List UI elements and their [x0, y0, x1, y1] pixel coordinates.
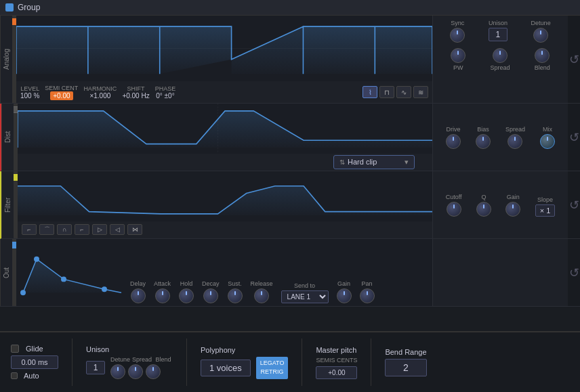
- adsr-controls: Delay Attack Hold Decay: [125, 278, 432, 306]
- send-to-select[interactable]: LANE 1 LANE 2 MASTER: [281, 290, 329, 303]
- out-gain-group: Gain: [337, 280, 352, 303]
- attack-group: Attack: [154, 280, 171, 303]
- drive-group: Drive: [446, 126, 461, 149]
- hold-knob[interactable]: [179, 288, 194, 303]
- filter-right-panel: Cutoff Q Gain Slope ×: [432, 171, 568, 238]
- wave-btn-2[interactable]: ⊓: [379, 86, 394, 98]
- filter-btn-3[interactable]: ∩: [57, 224, 72, 235]
- semis-cents-value[interactable]: +0.00: [316, 366, 357, 379]
- level-value: 100 %: [20, 92, 39, 100]
- slope-label: Slope: [537, 196, 553, 203]
- blend-knob[interactable]: [535, 48, 550, 63]
- out-gain-knob[interactable]: [337, 288, 352, 303]
- legato-retrig-btn[interactable]: LEGATO RETRIG: [256, 357, 289, 379]
- pw-group: PW: [451, 48, 465, 71]
- blend-label: Blend: [535, 64, 550, 71]
- sync-knob[interactable]: [450, 28, 465, 43]
- out-envelope-svg: [16, 239, 125, 306]
- filter-btn-2[interactable]: ⌒: [39, 224, 54, 235]
- filter-gain-knob[interactable]: [505, 202, 520, 217]
- filter-reset-arrow[interactable]: ↺: [568, 171, 580, 238]
- semi-cent-value[interactable]: +0.00: [50, 91, 72, 100]
- svg-marker-0: [16, 26, 88, 74]
- dist-lane: Dist: [0, 104, 580, 171]
- q-label: Q: [481, 194, 486, 200]
- wave-btn-3[interactable]: ∿: [396, 86, 411, 98]
- drive-knob[interactable]: [446, 134, 461, 149]
- dist-right-knobs: Drive Bias Spread Mix: [438, 126, 562, 149]
- blend-bottom-knob[interactable]: [146, 364, 161, 379]
- svg-marker-10: [23, 259, 121, 293]
- svg-point-12: [34, 257, 39, 262]
- analog-reset-arrow[interactable]: ↺: [568, 16, 580, 103]
- auto-checkbox[interactable]: [11, 372, 18, 379]
- dist-reset-arrow[interactable]: ↺: [568, 104, 580, 171]
- spread-bottom-knob[interactable]: [128, 364, 143, 379]
- q-group: Q: [476, 194, 491, 217]
- filter-lane-content: ⌐ ⌒ ∩ ⌐ ▷ ◁ ⋈: [18, 171, 432, 238]
- spread-group: Spread: [490, 48, 510, 71]
- unison-bottom-value[interactable]: 1: [86, 361, 105, 374]
- main-container: Group Analog: [0, 0, 580, 392]
- hard-clip-selector[interactable]: ⇅ Hard clip ▾: [333, 155, 415, 169]
- group-checkbox[interactable]: [5, 3, 14, 12]
- slope-value[interactable]: × 1: [535, 204, 556, 217]
- svg-marker-3: [232, 26, 304, 74]
- detune-bottom-knob[interactable]: [110, 364, 125, 379]
- wave-btn-4[interactable]: ≋: [413, 86, 428, 98]
- filter-btn-6[interactable]: ◁: [110, 224, 125, 235]
- sync-label: Sync: [451, 20, 464, 26]
- filter-right-knobs: Cutoff Q Gain Slope ×: [438, 194, 562, 217]
- filter-btn-5[interactable]: ▷: [92, 224, 107, 235]
- analog-right-bottom: PW Spread Blend: [438, 48, 562, 71]
- filter-waveform-svg: [18, 171, 432, 221]
- dist-lane-label: Dist: [1, 104, 14, 171]
- bias-knob[interactable]: [476, 134, 491, 149]
- dist-waveform: [18, 104, 432, 154]
- pw-knob[interactable]: [451, 48, 465, 63]
- filter-btn-4[interactable]: ⌐: [75, 224, 89, 235]
- detune-knob[interactable]: [533, 28, 548, 43]
- semi-cent-label: SEMI CENT: [45, 85, 78, 91]
- legato-label: LEGATO: [260, 359, 285, 368]
- spread-knob[interactable]: [493, 48, 508, 63]
- svg-point-14: [102, 286, 107, 292]
- out-reset-arrow[interactable]: ↺: [568, 239, 580, 306]
- release-knob[interactable]: [254, 288, 269, 303]
- dist-spread-knob[interactable]: [508, 134, 522, 149]
- blend-bottom-label: Blend: [154, 356, 173, 363]
- send-to-label: Send to: [294, 282, 315, 289]
- filter-lane-label: Filter: [1, 171, 14, 238]
- filter-waveform: [18, 171, 432, 221]
- mix-knob[interactable]: [540, 134, 555, 149]
- cutoff-knob[interactable]: [447, 202, 461, 217]
- send-to-group: Send to LANE 1 LANE 2 MASTER: [281, 282, 329, 303]
- delay-knob[interactable]: [131, 288, 146, 303]
- svg-marker-2: [160, 26, 232, 74]
- mix-label: Mix: [543, 126, 552, 133]
- unison-controls: 1 Detune Spread Blend: [86, 356, 173, 379]
- wave-btn-1[interactable]: ⌇: [362, 86, 377, 98]
- pan-knob[interactable]: [360, 288, 375, 303]
- release-label: Release: [251, 280, 273, 287]
- filter-btn-7[interactable]: ⋈: [127, 224, 142, 235]
- sust-knob[interactable]: [228, 288, 243, 303]
- delay-group: Delay: [130, 280, 146, 303]
- polyphony-value[interactable]: 1 voices: [201, 360, 251, 376]
- bend-range-value[interactable]: 2: [385, 359, 426, 376]
- polyphony-controls: 1 voices LEGATO RETRIG: [201, 357, 288, 379]
- filter-btn-1[interactable]: ⌐: [22, 224, 37, 235]
- glide-section: Glide 0.00 ms Auto: [11, 345, 58, 380]
- divider-3: [302, 339, 302, 386]
- decay-knob[interactable]: [203, 288, 218, 303]
- glide-value-input[interactable]: 0.00 ms: [11, 355, 58, 369]
- hold-label: Hold: [180, 280, 193, 287]
- semis-cents-label: SEMIS CENTS: [316, 357, 357, 364]
- attack-knob[interactable]: [155, 288, 170, 303]
- unison-value[interactable]: 1: [489, 28, 508, 41]
- unison-bottom-label: Unison: [86, 345, 173, 353]
- dist-waveform-svg: [18, 104, 432, 154]
- dist-controls: ⇅ Hard clip ▾: [18, 154, 432, 171]
- q-knob[interactable]: [476, 202, 491, 217]
- glide-checkbox[interactable]: [11, 345, 19, 353]
